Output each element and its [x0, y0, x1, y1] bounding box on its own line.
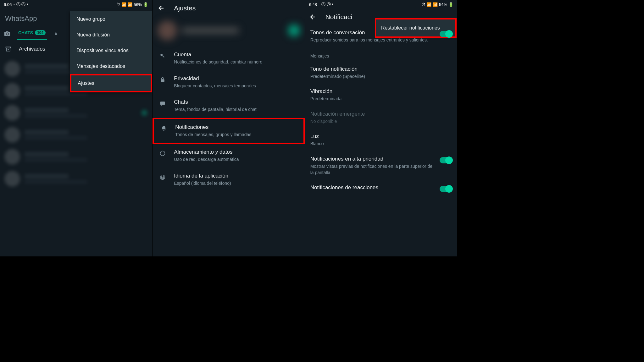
archive-icon [5, 46, 11, 52]
settings-almacenamiento[interactable]: Almacenamiento y datos Uso de red, desca… [153, 144, 304, 168]
back-arrow-icon[interactable] [309, 13, 317, 21]
svg-rect-4 [160, 101, 165, 105]
key-icon [159, 53, 166, 59]
bell-icon [160, 125, 168, 132]
tab-chats[interactable]: CHATS 104 [17, 28, 47, 40]
chats-badge: 104 [35, 30, 46, 35]
reactions-toggle[interactable] [440, 186, 452, 192]
reactions-notifications-row[interactable]: Notificaciones de reacciones [310, 180, 452, 196]
settings-cuenta[interactable]: Cuenta Notificaciones de seguridad, camb… [153, 47, 304, 70]
vibration-row[interactable]: Vibración Predeterminada [310, 84, 452, 107]
screen-notificaciones: 6:48 ▫ ⓢ ⓞ • ⏱ 📶 📶 54% 🔋 Notificaci Rest… [305, 0, 458, 256]
light-row[interactable]: Luz Blanco [310, 129, 452, 151]
status-time: 6:06 [4, 2, 12, 7]
status-battery: 54% [439, 2, 447, 7]
back-arrow-icon[interactable] [158, 4, 165, 12]
status-bar: 6:06 ▫ ⓢ ⓞ • ⏱ 📶 📶 56% 🔋 [0, 0, 152, 9]
conversation-tones-toggle[interactable] [440, 31, 452, 37]
lock-icon [159, 77, 166, 83]
screen-ajustes: Ajustes Cuenta Notificaciones de segurid… [153, 0, 305, 256]
settings-title: Ajustes [174, 4, 196, 12]
notification-tone-row[interactable]: Tono de notificación Predeterminado (Spa… [310, 62, 452, 84]
section-mensajes: Mensajes [310, 48, 452, 62]
menu-dispositivos[interactable]: Dispositivos vinculados [70, 43, 152, 58]
status-icons-right: ⏱ 📶 📶 [421, 2, 438, 7]
screen-whatsapp-main: 6:06 ▫ ⓢ ⓞ • ⏱ 📶 📶 56% 🔋 WhatsApp CHATS … [0, 0, 153, 256]
svg-rect-3 [161, 79, 164, 82]
menu-nuevo-grupo[interactable]: Nuevo grupo [70, 11, 152, 27]
status-icons-right: ⏱ 📶 📶 [116, 2, 132, 7]
camera-icon[interactable] [4, 30, 11, 37]
globe-icon [159, 174, 166, 180]
status-bar: 6:48 ▫ ⓢ ⓞ • ⏱ 📶 📶 54% 🔋 [305, 0, 457, 9]
status-battery: 56% [134, 2, 142, 7]
high-priority-toggle[interactable] [440, 157, 452, 163]
settings-chats[interactable]: Chats Tema, fondos de pantalla, historia… [153, 94, 304, 118]
status-time: 6:48 [309, 2, 317, 7]
settings-privacidad[interactable]: Privacidad Bloquear contactos, mensajes … [153, 70, 304, 94]
data-icon [159, 150, 166, 156]
status-icons-left: ▫ ⓢ ⓞ • [319, 2, 333, 7]
settings-notificaciones[interactable]: Notificaciones Tonos de mensajes, grupos… [153, 118, 304, 144]
menu-destacados[interactable]: Mensajes destacados [70, 58, 152, 74]
svg-point-5 [160, 151, 165, 156]
battery-icon: 🔋 [143, 2, 148, 7]
high-priority-row[interactable]: Notificaciones en alta prioridad Mostrar… [310, 151, 452, 180]
chat-icon [159, 100, 166, 107]
menu-ajustes[interactable]: Ajustes [70, 74, 152, 92]
battery-icon: 🔋 [448, 2, 453, 7]
tab-estados-partial[interactable]: E [53, 28, 58, 40]
menu-nueva-difusion[interactable]: Nueva difusión [70, 27, 152, 43]
overflow-menu: Nuevo grupo Nueva difusión Dispositivos … [70, 11, 152, 92]
status-icons-left: ▫ ⓢ ⓞ • [14, 2, 28, 7]
popup-notification-row: Notificación emergente No disponible [310, 107, 452, 129]
settings-idioma[interactable]: Idioma de la aplicación Español (idioma … [153, 168, 304, 192]
notifications-title: Notificaci [325, 13, 352, 21]
profile-row-blurred[interactable] [153, 16, 304, 47]
